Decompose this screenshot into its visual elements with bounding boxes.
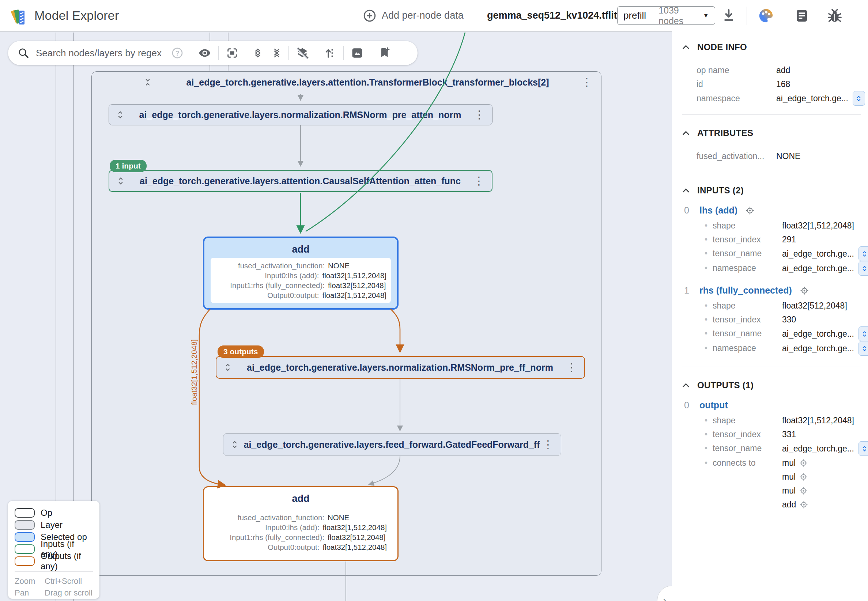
legend-swatch-outputs [15,557,35,566]
expand-layer-icon[interactable] [223,363,233,372]
node-label: ai_edge_torch.generative.layers.feed_for… [244,439,540,450]
node-rmsnorm-pre-ff-norm[interactable]: ai_edge_torch.generative.layers.normaliz… [216,356,585,379]
fit-to-screen-button[interactable] [221,41,244,65]
connects-to-entry: add [782,497,808,511]
section-attributes-header[interactable]: ATTRIBUTES [682,128,861,138]
section-outputs-header[interactable]: OUTPUTS (1) [682,380,861,390]
chevron-right-icon: › [663,594,667,601]
add-circle-icon [363,9,377,23]
toolbar-separator [246,46,246,60]
attr-key: fused_activation_function: [215,261,325,270]
attr-value: float32[512,2048] [328,281,386,290]
visibility-button[interactable] [194,41,216,65]
palette-icon [758,7,774,24]
section-node-info: NODE INFO op name add id 168 namespace a… [673,31,868,117]
bookmark-add-icon [378,47,391,59]
layer-menu-icon[interactable]: ⋮ [581,77,593,88]
locate-node-icon[interactable] [746,206,754,215]
node-label: ai_edge_torch.generative.layers.normaliz… [139,110,461,120]
docs-button[interactable] [794,0,810,31]
expand-text-button[interactable] [859,326,868,341]
model-explorer-logo-icon [8,6,29,26]
search-help-icon[interactable]: ? [171,47,183,59]
attr-value: NONE [328,513,349,522]
input-index: 1 [684,285,691,296]
download-icon [721,8,736,23]
graph-selector-dropdown[interactable]: prefill 1039 nodes ▼ [617,6,715,25]
output-name-link[interactable]: output [699,400,728,410]
expand-text-button[interactable] [859,246,868,261]
model-name: gemma_seq512_kv1024.tflite [487,0,623,31]
collapse-layer-icon[interactable] [143,78,153,87]
document-list-icon [794,8,810,23]
node-menu-icon[interactable]: ⋮ [473,175,485,186]
locate-node-icon[interactable] [800,286,809,295]
toolbar-separator [218,46,219,60]
collapse-all-icon [271,47,283,59]
legend-label: Outputs (if any) [41,551,93,571]
op-node-add-output[interactable]: add fused_activation_function:NONE Input… [203,486,398,561]
add-per-node-data-label: Add per-node data [382,10,464,21]
node-gated-feed-forward[interactable]: ai_edge_torch.generative.layers.feed_for… [223,433,561,456]
node-causal-self-attention[interactable]: ai_edge_torch.generative.layers.attentio… [108,170,493,192]
detail-row: namespace ai_edge_torch.ge... [705,261,861,276]
add-per-node-data-button[interactable]: Add per-node data [363,0,464,31]
section-inputs: INPUTS (2) 0 lhs (add) shape float32[1,5… [673,174,868,369]
flatten-layers-button[interactable] [291,41,314,65]
header-divider-2 [747,6,747,25]
report-bug-button[interactable] [827,0,842,31]
expand-text-button[interactable] [859,261,868,276]
graph-canvas[interactable]: ai_edge_torch.generative.layers.attentio… [0,31,672,601]
expand-layer-icon[interactable] [116,176,125,186]
layers-off-icon [296,46,309,59]
op-attributes-box: fused_activation_function:NONE Input0:lh… [211,258,391,303]
attr-value: float32[1,512,2048] [322,270,386,281]
locate-node-icon[interactable] [799,500,808,509]
legend-hint-pan: PanDrag or scroll [15,587,93,599]
theme-palette-button[interactable] [758,0,774,31]
expand-text-button[interactable] [853,91,865,106]
download-button[interactable] [721,0,736,31]
chevron-up-icon [682,381,690,389]
graph-node-count: 1039 nodes [659,5,703,26]
expand-layer-icon[interactable] [116,110,125,119]
expand-text-button[interactable] [859,441,868,456]
collapse-all-layers-button[interactable] [267,41,286,65]
locate-node-icon[interactable] [799,487,808,495]
node-menu-icon[interactable]: ⋮ [565,362,578,373]
section-node-info-header[interactable]: NODE INFO [682,42,861,52]
layer-label: ai_edge_torch.generative.layers.attentio… [186,77,549,88]
app-title: Model Explorer [34,8,119,23]
detail-row: shape float32[512,2048] [705,299,861,313]
layer-transformer-block-header[interactable]: ai_edge_torch.generative.layers.attentio… [92,72,601,93]
op-node-add-selected[interactable]: add fused_activation_function:NONE Input… [203,236,398,310]
chevron-up-icon [682,43,690,51]
section-attributes: ATTRIBUTES fused_activation... NONE [673,117,868,174]
expand-text-button[interactable] [859,341,868,356]
input-name-link[interactable]: rhs (fully_connected) [699,285,792,296]
input-index: 0 [684,205,691,216]
node-menu-icon[interactable]: ⋮ [473,109,485,120]
node-rmsnorm-pre-atten-norm[interactable]: ai_edge_torch.generative.layers.normaliz… [108,104,493,125]
legend-swatch-layer [15,520,35,530]
trace-inputs-outputs-button[interactable] [319,41,341,65]
node-label: ai_edge_torch.generative.layers.attentio… [140,176,461,186]
attr-value: float32[1,512,2048] [322,522,387,532]
node-menu-icon[interactable]: ⋮ [542,439,554,450]
locate-node-icon[interactable] [799,459,808,467]
section-divider [682,114,861,115]
input-name-link[interactable]: lhs (add) [699,205,737,216]
brand: Model Explorer [8,0,119,31]
svg-text:?: ? [175,49,179,57]
expand-all-layers-button[interactable] [248,41,267,65]
section-inputs-header[interactable]: INPUTS (2) [682,185,861,195]
image-icon [351,46,364,59]
expand-layer-icon[interactable] [230,440,240,449]
search-input[interactable] [36,47,171,59]
attr-key: Input0:lhs (add): [215,522,319,532]
bookmark-add-button[interactable] [373,41,396,65]
input-item-rhs: 1 rhs (fully_connected) shape float32[51… [684,285,861,356]
export-image-button[interactable] [346,41,369,65]
section-outputs: OUTPUTS (1) 0 output shape float32[1,512… [673,369,868,516]
locate-node-icon[interactable] [799,473,808,481]
